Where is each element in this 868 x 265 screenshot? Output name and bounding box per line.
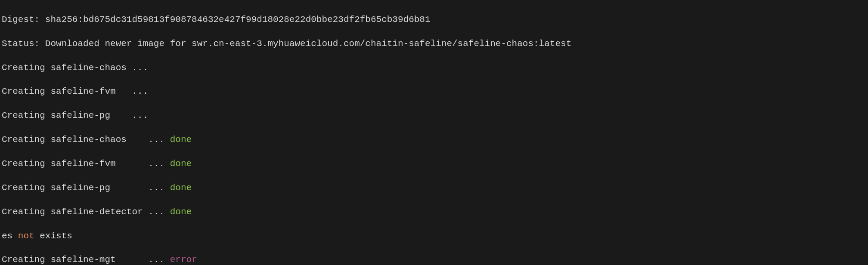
creating-mgt-error-line: Creating safeline-mgt ... error xyxy=(2,254,866,265)
status-label: Status: xyxy=(2,39,45,49)
done-text: done xyxy=(170,159,192,169)
creating-pg-done-line: Creating safeline-pg ... done xyxy=(2,182,866,194)
error-text: error xyxy=(170,255,197,265)
done-text: done xyxy=(170,207,192,217)
creating-fvm-done-line: Creating safeline-fvm ... done xyxy=(2,158,866,170)
not-text: not xyxy=(18,231,34,241)
done-text: done xyxy=(170,183,192,193)
status-line: Status: Downloaded newer image for swr.c… xyxy=(2,38,866,50)
creating-chaos-line: Creating safeline-chaos ... xyxy=(2,62,866,74)
digest-value: sha256:bd675dc31d59813f908784632e427f99d… xyxy=(45,15,431,25)
digest-label: Digest: xyxy=(2,15,45,25)
done-text: done xyxy=(170,135,192,145)
terminal-output: Digest: sha256:bd675dc31d59813f908784632… xyxy=(0,0,868,265)
creating-chaos-done-line: Creating safeline-chaos ... done xyxy=(2,134,866,146)
creating-fvm-line: Creating safeline-fvm ... xyxy=(2,86,866,98)
digest-line: Digest: sha256:bd675dc31d59813f908784632… xyxy=(2,14,866,26)
es-not-exists-line: es not exists xyxy=(2,230,866,242)
creating-detector-done-line: Creating safeline-detector ... done xyxy=(2,206,866,218)
creating-pg-line: Creating safeline-pg ... xyxy=(2,110,866,122)
status-value: Downloaded newer image for swr.cn-east-3… xyxy=(45,39,571,49)
